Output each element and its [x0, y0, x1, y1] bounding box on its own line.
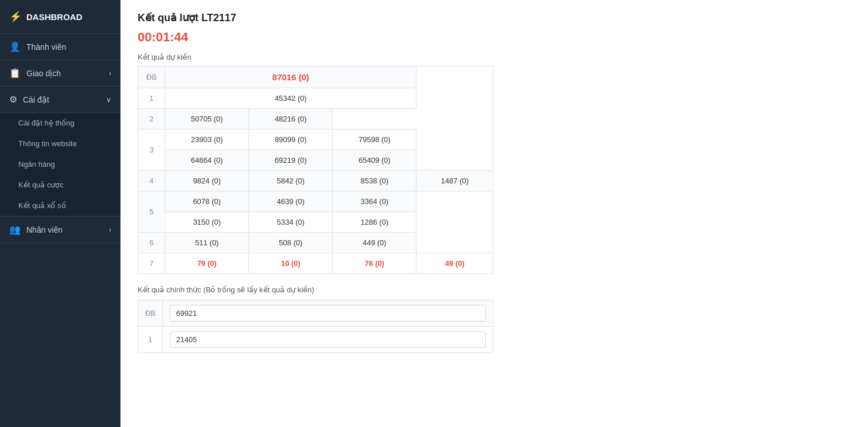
table-row-2: 2 50705 (0) 48216 (0): [138, 109, 493, 130]
row-label-3: 3: [138, 130, 165, 171]
sidebar: ⚡ DASHBROAD 👤 Thành viên 📋 Giao dịch › ⚙…: [0, 0, 120, 427]
prize-5-v5: 5334 (0): [249, 212, 333, 233]
sidebar-item-cai-dat[interactable]: ⚙ Cài đặt ∨: [0, 87, 120, 113]
official-input-cell-1: [163, 327, 493, 353]
official-section: Kết quả chính thức (Bỏ trống sẽ lấy kết …: [138, 285, 493, 353]
prize-3-v2: 89099 (0): [249, 130, 333, 150]
prize-7-v4: 49 (0): [417, 253, 493, 274]
prize-3-v6: 65409 (0): [333, 150, 417, 171]
table-row-db: ĐB 87016 (0): [138, 66, 493, 88]
prize-5-v1: 6078 (0): [165, 191, 249, 212]
official-section-label: Kết quả chính thức (Bỏ trống sẽ lấy kết …: [138, 285, 493, 294]
sidebar-item-ket-qua-cuoc[interactable]: Kết quả cược: [0, 175, 120, 195]
prize-6-v1: 511 (0): [165, 233, 249, 253]
prize-7-v1: 79 (0): [165, 253, 249, 274]
table-row-3a: 3 23903 (0) 89099 (0) 79598 (0): [138, 130, 493, 150]
table-row-1: 1 45342 (0): [138, 88, 493, 109]
db-value: 87016 (0): [165, 66, 417, 88]
sidebar-label-cai-dat: Cài đặt: [23, 95, 49, 104]
sidebar-logo: ⚡ DASHBROAD: [0, 0, 120, 34]
sidebar-item-ngan-hang[interactable]: Ngân hàng: [0, 154, 120, 175]
sidebar-item-thanh-vien[interactable]: 👤 Thành viên: [0, 34, 120, 60]
chevron-down-icon: ∨: [106, 96, 111, 104]
sidebar-item-nhan-vien[interactable]: 👥 Nhân viên ›: [0, 217, 120, 243]
official-input-db[interactable]: [170, 305, 486, 322]
row-label-db: ĐB: [138, 66, 165, 88]
table-row-5b: 3150 (0) 5334 (0) 1286 (0): [138, 212, 493, 233]
predicted-section-label: Kết quả dự kiến: [138, 53, 851, 61]
official-row-db: ĐB: [138, 300, 493, 327]
sidebar-logo-text: DASHBROAD: [26, 12, 83, 22]
main-content: Kết quả lượt LT2117 00:01:44 Kết quả dự …: [120, 0, 868, 427]
chevron-right-icon-nhan-vien: ›: [109, 226, 111, 234]
official-input-cell-db: [163, 300, 493, 327]
countdown-timer: 00:01:44: [138, 30, 851, 45]
prize-5-v2: 4639 (0): [249, 191, 333, 212]
sidebar-label-thanh-vien: Thành viên: [26, 42, 66, 52]
chevron-right-icon: ›: [109, 69, 111, 77]
prize-6-v3: 449 (0): [333, 233, 417, 253]
table-row-5a: 5 6078 (0) 4639 (0) 3364 (0): [138, 191, 493, 212]
sidebar-submenu-cai-dat: Cài đặt hệ thống Thông tin website Ngân …: [0, 113, 120, 216]
prize-2-value-1: 50705 (0): [165, 109, 249, 130]
prize-5-v3: 3364 (0): [333, 191, 417, 212]
official-row-1: 1: [138, 327, 493, 353]
prize-3-v4: 64664 (0): [165, 150, 249, 171]
prize-4-v4: 1487 (0): [417, 171, 493, 191]
staff-icon: 👥: [9, 224, 21, 235]
prize-7-v2: 10 (0): [249, 253, 333, 274]
sidebar-item-ket-qua-xo-so[interactable]: Kết quả xổ số: [0, 195, 120, 216]
row-label-5: 5: [138, 191, 165, 233]
sidebar-item-thong-tin-website[interactable]: Thông tin website: [0, 134, 120, 154]
row-label-2: 2: [138, 109, 165, 130]
official-label-db: ĐB: [138, 300, 163, 327]
transaction-icon: 📋: [9, 68, 21, 79]
prize-5-v4: 3150 (0): [165, 212, 249, 233]
official-label-1: 1: [138, 327, 163, 353]
table-row-3b: 64664 (0) 69219 (0) 65409 (0): [138, 150, 493, 171]
predicted-result-table: ĐB 87016 (0) 1 45342 (0) 2 50705 (0) 482…: [138, 66, 493, 274]
table-row-6: 6 511 (0) 508 (0) 449 (0): [138, 233, 493, 253]
prize-6-v2: 508 (0): [249, 233, 333, 253]
sidebar-item-giao-dich[interactable]: 📋 Giao dịch ›: [0, 60, 120, 87]
sidebar-label-giao-dich: Giao dịch: [26, 69, 61, 78]
prize-2-value-2: 48216 (0): [249, 109, 333, 130]
prize-4-v3: 8538 (0): [333, 171, 417, 191]
prize-5-v6: 1286 (0): [333, 212, 417, 233]
prize-3-v3: 79598 (0): [333, 130, 417, 150]
sidebar-item-cai-dat-he-thong[interactable]: Cài đặt hệ thống: [0, 113, 120, 134]
official-result-table: ĐB 1: [138, 300, 493, 353]
bolt-icon: ⚡: [9, 10, 22, 23]
prize-3-v1: 23903 (0): [165, 130, 249, 150]
official-input-1[interactable]: [170, 331, 486, 348]
table-row-7: 7 79 (0) 10 (0) 76 (0) 49 (0): [138, 253, 493, 274]
row-label-6: 6: [138, 233, 165, 253]
user-icon: 👤: [9, 41, 21, 52]
prize-4-v2: 5842 (0): [249, 171, 333, 191]
page-title: Kết quả lượt LT2117: [138, 11, 851, 24]
gear-icon: ⚙: [9, 94, 17, 105]
prize-4-v1: 9824 (0): [165, 171, 249, 191]
table-row-4: 4 9824 (0) 5842 (0) 8538 (0) 1487 (0): [138, 171, 493, 191]
row-label-1: 1: [138, 88, 165, 109]
row-label-7: 7: [138, 253, 165, 274]
row-label-4: 4: [138, 171, 165, 191]
sidebar-label-nhan-vien: Nhân viên: [26, 225, 63, 234]
prize-7-v3: 76 (0): [333, 253, 417, 274]
prize-3-v5: 69219 (0): [249, 150, 333, 171]
prize-1-value: 45342 (0): [165, 88, 417, 109]
